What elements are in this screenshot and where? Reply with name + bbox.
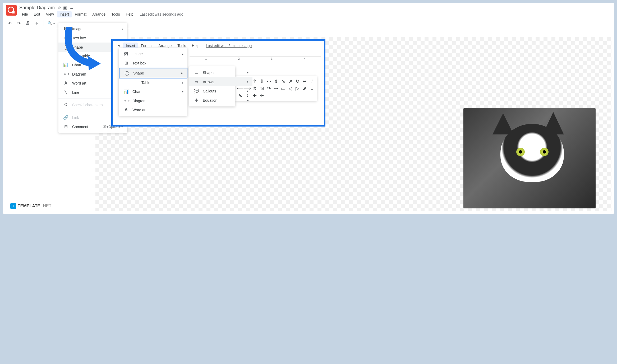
- tutorial-arrow-icon: [61, 27, 103, 72]
- arrow-shape-option[interactable]: ⇲: [259, 85, 265, 92]
- arrow-shape-option[interactable]: ⇩: [259, 78, 265, 85]
- arrow-shape-option[interactable]: ▭: [280, 85, 286, 92]
- print-icon[interactable]: 🖶: [25, 20, 31, 26]
- zoom-control[interactable]: 🔍 ▾: [48, 21, 55, 25]
- arrow-shape-option[interactable]: ⬈: [301, 85, 308, 92]
- svg-marker-0: [88, 56, 101, 70]
- separator: [44, 20, 44, 26]
- overlay-ruler: 12 34: [190, 56, 321, 61]
- textbox-icon: ⊞: [123, 60, 129, 66]
- menu-item-table[interactable]: Table▸: [119, 78, 187, 87]
- arrow-shape-option[interactable]: ↗: [287, 78, 293, 85]
- arrow-shape-option[interactable]: ⇕: [273, 78, 279, 85]
- chart-icon: 📊: [123, 89, 129, 94]
- arrow-shape-option[interactable]: ◁: [287, 85, 293, 92]
- arrow-shape-option[interactable]: ⇢: [273, 85, 279, 92]
- overlay-insert-dropdown: 🖼Image▸ ⊞Text box ◯Shape▸ Table▸ 📊Chart▸…: [119, 48, 187, 116]
- link-icon: 🔗: [63, 115, 68, 120]
- shape-icon: ◯: [124, 71, 130, 76]
- drawings-app-icon[interactable]: [6, 5, 17, 16]
- callout-icon: 💬: [194, 88, 199, 94]
- inserted-image[interactable]: [463, 108, 596, 208]
- paint-format-icon[interactable]: ⟐: [34, 20, 40, 26]
- shape-submenu: ▭Shapes▸ ⇨Arrows▸ 💬Callouts▸ ✚Equation▸: [189, 66, 235, 106]
- watermark-logo: T TEMPLATE.NET: [10, 203, 51, 209]
- arrow-icon: ⇨: [194, 79, 199, 84]
- menu-help[interactable]: Help: [123, 11, 136, 17]
- wordart-icon: A: [63, 81, 68, 86]
- menu-item-diagram[interactable]: ⚬⚬Diagram: [119, 96, 187, 105]
- overlay-last-edit[interactable]: Last edit was 6 minutes ago: [206, 44, 252, 48]
- menu-edit[interactable]: Edit: [31, 11, 43, 17]
- cloud-icon[interactable]: ☁: [69, 5, 73, 10]
- image-icon: 🖼: [123, 52, 129, 56]
- arrow-shape-option[interactable]: ↩: [301, 78, 308, 85]
- menu-item-chart[interactable]: 📊Chart▸: [119, 87, 187, 96]
- rect-icon: ▭: [194, 70, 199, 75]
- overlay-menu-help[interactable]: Help: [189, 43, 202, 49]
- submenu-arrows[interactable]: ⇨Arrows▸: [189, 77, 252, 86]
- menu-item-shape[interactable]: ◯Shape▸: [119, 68, 187, 78]
- submenu-shapes[interactable]: ▭Shapes▸: [189, 68, 252, 77]
- chevron-right-icon: ▸: [122, 27, 123, 31]
- submenu-callouts[interactable]: 💬Callouts▸: [189, 86, 252, 96]
- last-edit[interactable]: Last edit was seconds ago: [140, 12, 183, 16]
- star-icon[interactable]: ☆: [57, 5, 61, 10]
- logo-net: .NET: [42, 204, 51, 208]
- logo-brand: TEMPLATE: [18, 204, 40, 208]
- menu-insert[interactable]: Insert: [57, 11, 72, 17]
- menu-tools[interactable]: Tools: [109, 11, 123, 17]
- move-icon[interactable]: ▣: [63, 5, 67, 10]
- arrow-shape-option[interactable]: ✛: [259, 92, 265, 99]
- diagram-icon: ⚬⚬: [123, 98, 129, 103]
- arrow-shape-option[interactable]: ↻: [294, 78, 301, 85]
- menu-arrange[interactable]: Arrange: [90, 11, 108, 17]
- menu-view[interactable]: View: [43, 11, 57, 17]
- app-frame: Sample Diagram ☆ ▣ ☁ File Edit View Inse…: [3, 3, 614, 214]
- menu-item-textbox[interactable]: ⊞Text box: [119, 58, 187, 68]
- plus-icon: ✚: [194, 98, 199, 103]
- diagram-icon: ⚬⚬: [63, 72, 68, 77]
- arrow-shape-option[interactable]: ⤵: [308, 85, 315, 92]
- arrow-shape-option[interactable]: ⤴: [308, 78, 315, 85]
- omega-icon: Ω: [63, 102, 68, 107]
- line-icon: ╲: [63, 90, 68, 95]
- doc-title[interactable]: Sample Diagram: [19, 5, 55, 11]
- arrow-shape-option[interactable]: ⤡: [280, 78, 286, 85]
- menu-item-image[interactable]: 🖼Image▸: [119, 49, 187, 58]
- tutorial-overlay-panel: v Insert Format Arrange Tools Help Last …: [111, 39, 325, 127]
- menu-item-wordart[interactable]: AWord art: [119, 105, 187, 114]
- submenu-equation[interactable]: ✚Equation▸: [189, 96, 252, 105]
- menu-file[interactable]: File: [19, 11, 31, 17]
- header: Sample Diagram ☆ ▣ ☁ File Edit View Inse…: [3, 3, 614, 17]
- menu-format[interactable]: Format: [72, 11, 89, 17]
- redo-icon[interactable]: ↷: [16, 20, 22, 26]
- undo-icon[interactable]: ↶: [7, 20, 13, 26]
- menubar: File Edit View Insert Format Arrange Too…: [19, 11, 183, 17]
- wordart-icon: A: [123, 108, 129, 112]
- title-icons: ☆ ▣ ☁: [57, 5, 73, 10]
- title-area: Sample Diagram ☆ ▣ ☁ File Edit View Inse…: [19, 5, 183, 17]
- arrow-shape-option[interactable]: ⇔: [266, 78, 272, 85]
- comment-icon: ⊞: [63, 124, 68, 129]
- arrow-shape-option[interactable]: ↷: [266, 85, 272, 92]
- logo-t-icon: T: [10, 203, 16, 209]
- arrow-shape-option[interactable]: ▷: [294, 85, 301, 92]
